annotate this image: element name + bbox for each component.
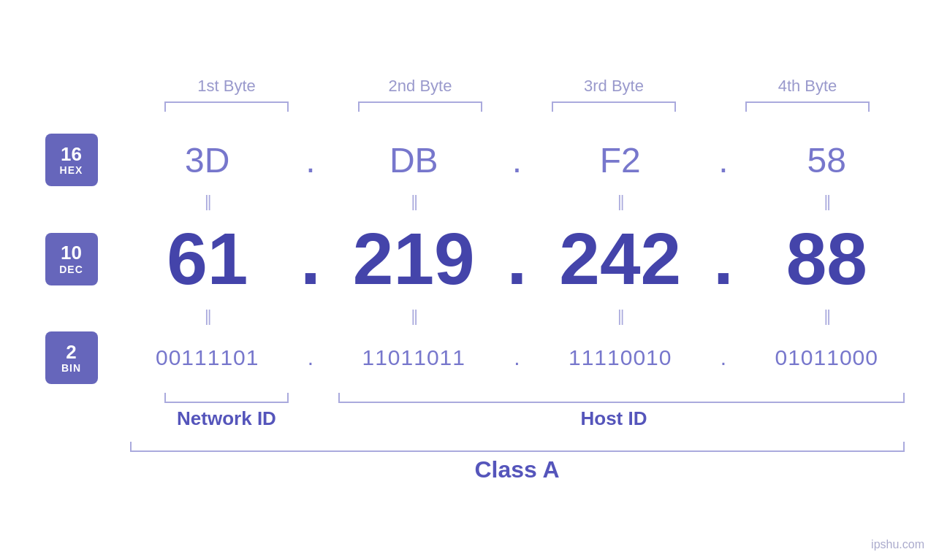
byte-label-2: 2nd Byte [324,77,517,96]
eq1-3: || [532,192,710,211]
hex-badge-cell: 16 HEX [24,134,119,186]
dec-badge-cell: 10 DEC [24,233,119,285]
bin-badge-num: 2 [66,342,76,363]
bracket-top-3 [517,101,711,112]
equals-area-1: || || || || [119,192,916,211]
bin-badge: 2 BIN [45,331,98,384]
equals-row-1: || || || || [24,192,916,211]
eq1-4: || [738,192,916,211]
hex-row: 16 HEX 3D . DB . F2 . 58 [24,134,916,186]
byte-label-4: 4th Byte [711,77,905,96]
hex-dot-3: . [709,140,738,180]
bottom-bracket-row [130,393,905,403]
bin-badge-label: BIN [61,362,81,374]
hex-badge-num: 16 [61,144,82,165]
eq2-4: || [738,307,916,326]
main-container: 1st Byte 2nd Byte 3rd Byte 4th Byte 16 H… [0,0,939,560]
byte-label-1: 1st Byte [130,77,324,96]
dec-val-1: 61 [119,217,297,301]
hex-badge-label: HEX [60,164,83,176]
eq2-3: || [532,307,710,326]
bin-dot-3: . [709,345,738,370]
dec-badge-num: 10 [61,242,82,264]
bracket-top-2 [324,101,517,112]
watermark: ipshu.com [871,538,924,551]
hex-val-2: DB [325,140,503,180]
bin-row: 2 BIN 00111101 . 11011011 . 11110010 . [24,331,916,384]
byte-labels-row: 1st Byte 2nd Byte 3rd Byte 4th Byte [130,77,905,96]
hex-val-3: F2 [532,140,710,180]
dec-row: 10 DEC 61 . 219 . 242 . 88 [24,217,916,301]
eq1-1: || [119,192,297,211]
dec-val-3: 242 [532,217,710,301]
hex-dot-1: . [296,140,325,180]
dec-badge-label: DEC [59,264,83,275]
class-a-row: Class A [130,456,905,483]
dec-dot-3: . [709,217,738,301]
bin-val-2: 11011011 [325,345,503,370]
bin-dot-1: . [296,345,325,370]
bin-val-3: 11110010 [532,345,710,370]
bin-values-area: 00111101 . 11011011 . 11110010 . 0101100… [119,345,916,370]
equals-area-2: || || || || [119,307,916,326]
eq2-2: || [325,307,503,326]
bin-dot-2: . [503,345,532,370]
eq2-1: || [119,307,297,326]
hex-val-1: 3D [119,140,297,180]
byte-label-3: 3rd Byte [517,77,711,96]
top-bracket-row [130,101,905,112]
network-id-label: Network ID [130,407,324,430]
hex-values-area: 3D . DB . F2 . 58 [119,140,916,180]
dec-val-2: 219 [325,217,503,301]
eq1-2: || [325,192,503,211]
hex-badge: 16 HEX [45,134,98,186]
dec-badge: 10 DEC [45,233,98,285]
dec-dot-2: . [503,217,532,301]
bin-badge-cell: 2 BIN [24,331,119,384]
hex-dot-2: . [503,140,532,180]
bracket-bottom-network [130,393,324,403]
dec-dot-1: . [296,217,325,301]
dec-values-area: 61 . 219 . 242 . 88 [119,217,916,301]
host-id-label: Host ID [324,407,905,430]
class-a-label: Class A [474,456,559,483]
class-bracket-row [130,442,905,452]
equals-row-2: || || || || [24,307,916,326]
bin-val-4: 01011000 [738,345,916,370]
bin-val-1: 00111101 [119,345,297,370]
hex-val-4: 58 [738,140,916,180]
id-labels-row: Network ID Host ID [130,407,905,430]
bracket-top-1 [130,101,324,112]
dec-val-4: 88 [738,217,916,301]
bracket-bottom-host [324,393,905,403]
bracket-top-4 [711,101,905,112]
